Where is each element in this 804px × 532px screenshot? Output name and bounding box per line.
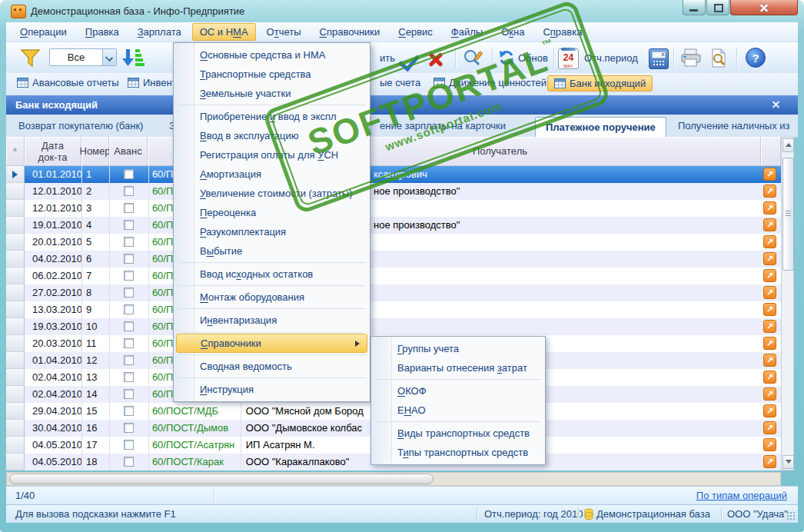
row-marker-cell[interactable] — [6, 284, 25, 301]
advance-checkbox[interactable] — [124, 423, 134, 433]
menu-item[interactable]: Транспортные средства — [174, 65, 370, 84]
horizontal-scrollbar[interactable] — [6, 472, 781, 486]
row-marker-cell[interactable] — [6, 403, 25, 420]
open-document-button[interactable]: ↗ — [763, 320, 776, 333]
open-document-button[interactable]: ↗ — [763, 337, 776, 350]
open-document-button[interactable]: ↗ — [763, 185, 776, 198]
submenu-item[interactable]: ЕНАО — [371, 401, 545, 420]
filter-icon[interactable] — [18, 48, 42, 68]
menu-item[interactable]: Увеличение стоимости (затраты) — [174, 184, 370, 203]
vertical-scrollbar[interactable] — [781, 137, 794, 470]
table-row[interactable]: 27.02.2010 8 60/ПО ↗ — [6, 284, 781, 301]
menubar-item[interactable]: Операции — [12, 23, 75, 41]
menu-item[interactable]: Инвентаризация — [174, 311, 370, 330]
menu-item[interactable]: Основные средства и НМА — [174, 45, 370, 65]
menu-item[interactable]: Сводная ведомость — [174, 357, 370, 376]
open-document-button[interactable]: ↗ — [763, 168, 776, 181]
filter-dropdown[interactable]: Все — [49, 48, 117, 66]
open-document-button[interactable]: ↗ — [763, 252, 776, 265]
menu-item[interactable]: Выбытие — [174, 241, 370, 261]
row-marker-cell[interactable] — [6, 183, 25, 200]
menubar-item[interactable]: Правка — [78, 23, 127, 41]
advance-checkbox[interactable] — [124, 389, 134, 399]
advance-checkbox[interactable] — [124, 288, 134, 298]
menubar-item[interactable]: Окна — [493, 23, 532, 41]
advance-checkbox[interactable] — [124, 338, 134, 348]
row-marker-cell[interactable] — [6, 454, 25, 470]
menu-item[interactable]: Справочники — [176, 334, 367, 353]
report-period-calendar-icon[interactable]: 24 MAY — [558, 48, 579, 69]
print-icon[interactable] — [679, 48, 703, 68]
vertical-scroll-thumb[interactable] — [782, 158, 794, 271]
row-marker-cell[interactable] — [6, 335, 25, 352]
subtab-vozvrat-pokupatelyu[interactable]: Возврат покупателю (банк) — [18, 120, 143, 131]
print-preview-icon[interactable] — [709, 48, 729, 68]
by-operation-types-link[interactable]: По типам операций — [696, 490, 787, 501]
submenu-item[interactable]: ОКОФ — [371, 381, 545, 401]
cancel-x-icon[interactable] — [427, 51, 444, 68]
advance-checkbox[interactable] — [124, 271, 134, 281]
refresh-label[interactable]: Обнов — [518, 52, 548, 64]
submenu-item[interactable]: Группы учета — [371, 339, 545, 358]
table-row[interactable]: 12.01.2010 3 60/ПО ↗ — [6, 200, 781, 217]
open-document-button[interactable]: ↗ — [763, 235, 776, 248]
column-header-date[interactable]: Дата док-та — [25, 137, 81, 166]
row-marker-cell[interactable] — [6, 217, 25, 234]
menu-item[interactable]: Инструкция — [174, 380, 370, 399]
menu-item[interactable]: Монтаж оборудования — [174, 288, 370, 307]
open-document-button[interactable]: ↗ — [763, 218, 776, 231]
calculator-icon[interactable]: 8 — [649, 48, 669, 69]
open-document-button[interactable]: ↗ — [763, 455, 776, 468]
column-header-number[interactable]: Номер — [81, 137, 109, 166]
menubar-item[interactable]: Справка — [535, 23, 590, 41]
advance-checkbox[interactable] — [124, 203, 134, 213]
menubar-item[interactable]: Справочники — [312, 23, 388, 41]
subtab-zarplata-na-kartochki-fragment[interactable]: ение зарплаты на карточки — [380, 120, 506, 131]
row-marker-cell[interactable] — [6, 386, 25, 403]
open-document-button[interactable]: ↗ — [763, 286, 776, 299]
open-document-button[interactable]: ↗ — [763, 354, 776, 367]
horizontal-scroll-thumb[interactable] — [9, 474, 434, 484]
subtab-poluchenie-nalichnykh[interactable]: Получение наличных из — [678, 120, 790, 131]
open-document-button[interactable]: ↗ — [763, 371, 776, 384]
open-document-button[interactable]: ↗ — [763, 387, 776, 401]
menubar-item[interactable]: Отчеты — [259, 23, 309, 41]
open-document-button[interactable]: ↗ — [763, 438, 776, 451]
open-document-button[interactable]: ↗ — [763, 201, 776, 214]
advance-checkbox[interactable] — [124, 355, 134, 365]
advance-checkbox[interactable] — [124, 237, 134, 247]
row-marker-cell[interactable] — [6, 251, 25, 268]
menubar-item[interactable]: Зарплата — [130, 23, 189, 41]
minimize-button[interactable] — [683, 0, 706, 15]
refresh-icon[interactable] — [498, 49, 515, 66]
menu-item[interactable]: Приобретение и ввод в экспл — [174, 107, 370, 126]
row-marker-cell[interactable] — [6, 166, 25, 183]
maximize-button[interactable] — [706, 0, 729, 15]
row-marker-cell[interactable] — [6, 437, 25, 454]
table-row[interactable]: 06.02.2010 7 60/ПО ↗ — [6, 268, 781, 284]
help-icon[interactable]: ? — [746, 48, 766, 68]
row-marker-cell[interactable] — [6, 234, 25, 251]
advance-checkbox[interactable] — [124, 372, 134, 382]
menubar-item[interactable]: Файлы — [444, 23, 490, 41]
menu-item[interactable]: Разукомплектация — [174, 222, 370, 241]
table-row[interactable]: 04.02.2010 6 60/ПО ↗ — [6, 251, 781, 268]
column-header-marker[interactable]: * — [6, 137, 25, 166]
open-document-button[interactable]: ↗ — [763, 404, 776, 417]
advance-checkbox[interactable] — [124, 169, 134, 179]
advance-checkbox[interactable] — [124, 304, 134, 314]
row-marker-cell[interactable] — [6, 352, 25, 369]
menu-item[interactable]: Земельные участки — [174, 84, 370, 103]
table-row[interactable]: 19.01.2010 4 60/ПО ное производство" ↗ — [6, 217, 781, 234]
submenu-item[interactable]: Варианты отнесения затрат — [371, 358, 545, 377]
close-button[interactable] — [730, 0, 798, 15]
report-period-label[interactable]: Отч.период — [584, 52, 638, 64]
confirm-check-icon[interactable] — [398, 50, 420, 72]
table-row[interactable]: 20.01.2010 5 60/ПО ↗ — [6, 234, 781, 251]
advance-checkbox[interactable] — [124, 321, 134, 331]
table-row[interactable]: 13.03.2010 9 60/ПО ↗ — [6, 301, 781, 318]
subtab-platezhnoe-poruchenie[interactable]: Платежное поручение — [535, 117, 666, 137]
menu-item[interactable]: Амортизация — [174, 165, 370, 184]
resize-grip[interactable] — [786, 511, 796, 520]
menu-item[interactable]: Ввод в эксплуатацию — [174, 126, 370, 145]
